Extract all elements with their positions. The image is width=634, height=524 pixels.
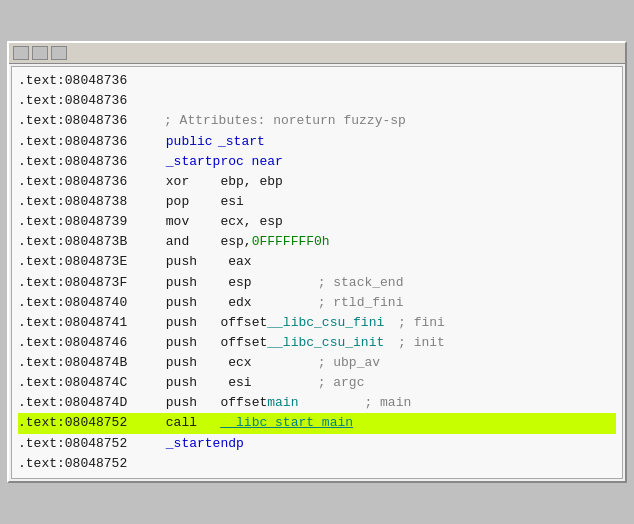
operand-sym-13: __libc_csu_fini <box>267 313 384 333</box>
mnemonic-7: pop <box>158 192 220 212</box>
mnemonic-5: _start <box>158 152 213 172</box>
operand-6: ebp, ebp <box>220 172 282 192</box>
title-bar <box>9 43 625 64</box>
code-line-12: .text:08048740 push edx; rtld_fini <box>18 293 616 313</box>
operand-call-18: __libc_start_main <box>220 413 353 433</box>
code-line-13: .text:08048741 push offset __libc_csu_fi… <box>18 313 616 333</box>
mnemonic-14: push <box>158 333 220 353</box>
code-line-19: .text:08048752 _start endp <box>18 434 616 454</box>
operand-offset-17: offset <box>220 393 267 413</box>
code-line-7: .text:08048738 pop esi <box>18 192 616 212</box>
addr-13: .text:08048741 <box>18 313 158 333</box>
addr-16: .text:0804874C <box>18 373 158 393</box>
code-line-4: .text:08048736 public _start <box>18 132 616 152</box>
operand-8: ecx, esp <box>220 212 282 232</box>
operand-19: endp <box>213 434 244 454</box>
addr-17: .text:0804874D <box>18 393 158 413</box>
code-line-10: .text:0804873E push eax <box>18 252 616 272</box>
main-window: .text:08048736.text:08048736.text:080487… <box>7 41 627 483</box>
addr-5: .text:08048736 <box>18 152 158 172</box>
code-line-15: .text:0804874B push ecx; ubp_av <box>18 353 616 373</box>
mnemonic-18: call <box>158 413 220 433</box>
operand-15: ecx <box>228 353 251 373</box>
code-line-9: .text:0804873B and esp, 0FFFFFFF0h <box>18 232 616 252</box>
code-line-11: .text:0804873F push esp; stack_end <box>18 273 616 293</box>
operand-offset-14: offset <box>220 333 267 353</box>
operand-7: esi <box>220 192 243 212</box>
comment-11: ; stack_end <box>318 273 404 293</box>
code-area[interactable]: .text:08048736.text:08048736.text:080487… <box>11 66 623 479</box>
addr-19: .text:08048752 <box>18 434 158 454</box>
addr-11: .text:0804873F <box>18 273 158 293</box>
operand2-9: 0FFFFFFF0h <box>252 232 330 252</box>
comment-17: ; main <box>364 393 411 413</box>
title-icon-3 <box>51 46 67 60</box>
addr-10: .text:0804873E <box>18 252 158 272</box>
mnemonic-13: push <box>158 313 220 333</box>
title-icon-2 <box>32 46 48 60</box>
code-line-8: .text:08048739 mov ecx, esp <box>18 212 616 232</box>
comment-12: ; rtld_fini <box>318 293 404 313</box>
mnemonic-16: push <box>158 373 228 393</box>
mnemonic-9: and <box>158 232 220 252</box>
comment-15: ; ubp_av <box>318 353 380 373</box>
addr-12: .text:08048740 <box>18 293 158 313</box>
code-line-2: .text:08048736 <box>18 91 616 111</box>
operand-sym-14: __libc_csu_init <box>267 333 384 353</box>
addr-6: .text:08048736 <box>18 172 158 192</box>
addr-9: .text:0804873B <box>18 232 158 252</box>
mnemonic-8: mov <box>158 212 220 232</box>
operand-16: esi <box>228 373 251 393</box>
code-line-6: .text:08048736 xor ebp, ebp <box>18 172 616 192</box>
mnemonic-10: push <box>158 252 228 272</box>
addr-18: .text:08048752 <box>18 413 158 433</box>
addr-3: .text:08048736 <box>18 111 158 131</box>
addr-20: .text:08048752 <box>18 454 158 474</box>
code-line-17: .text:0804874D push offset main; main <box>18 393 616 413</box>
code-line-14: .text:08048746 push offset __libc_csu_in… <box>18 333 616 353</box>
code-line-20: .text:08048752 <box>18 454 616 474</box>
mnemonic-12: push <box>158 293 228 313</box>
operand-5: proc near <box>213 152 283 172</box>
comment-3: ; Attributes: noreturn fuzzy-sp <box>164 111 406 131</box>
addr-1: .text:08048736 <box>18 71 158 91</box>
operand1-9: esp, <box>220 232 251 252</box>
code-line-16: .text:0804874C push esi; argc <box>18 373 616 393</box>
mnemonic-4: public <box>158 132 218 152</box>
code-line-1: .text:08048736 <box>18 71 616 91</box>
operand-offset-13: offset <box>220 313 267 333</box>
comment-13: ; fini <box>390 313 445 333</box>
addr-2: .text:08048736 <box>18 91 158 111</box>
operand-main-17: main <box>267 393 298 413</box>
operand-10: eax <box>228 252 251 272</box>
code-line-5: .text:08048736 _start proc near <box>18 152 616 172</box>
mnemonic-6: xor <box>158 172 220 192</box>
mnemonic-19: _start <box>158 434 213 454</box>
comment-14: ; init <box>390 333 445 353</box>
code-line-18: .text:08048752 call __libc_start_main <box>18 413 616 433</box>
addr-7: .text:08048738 <box>18 192 158 212</box>
comment-16: ; argc <box>318 373 365 393</box>
mnemonic-15: push <box>158 353 228 373</box>
code-line-3: .text:08048736; Attributes: noreturn fuz… <box>18 111 616 131</box>
addr-8: .text:08048739 <box>18 212 158 232</box>
addr-15: .text:0804874B <box>18 353 158 373</box>
operand-4: _start <box>218 132 265 152</box>
mnemonic-17: push <box>158 393 220 413</box>
addr-4: .text:08048736 <box>18 132 158 152</box>
operand-11: esp <box>228 273 251 293</box>
title-icon-1 <box>13 46 29 60</box>
mnemonic-11: push <box>158 273 228 293</box>
operand-12: edx <box>228 293 251 313</box>
addr-14: .text:08048746 <box>18 333 158 353</box>
